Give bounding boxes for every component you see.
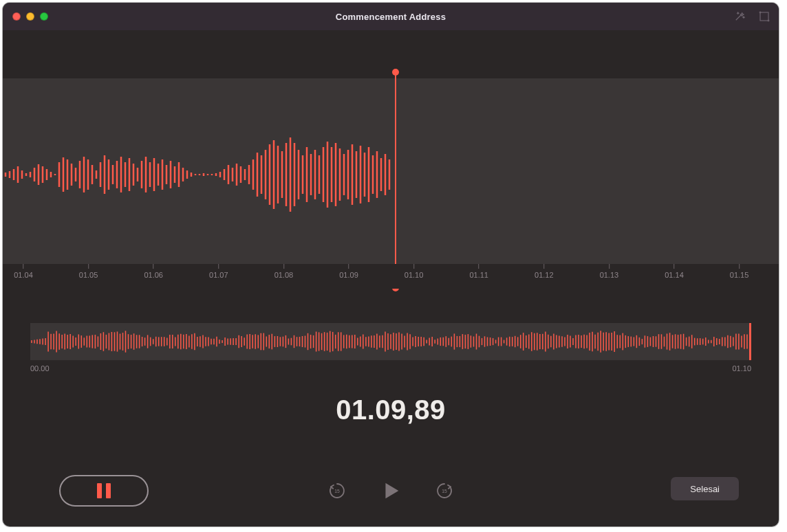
timeline-ruler[interactable]: 01.0401.0501.0601.0701.0801.0901.1001.11… — [3, 264, 779, 289]
controls-bar: 15 15 Selesai — [3, 470, 779, 511]
waveform-recorded — [3, 78, 395, 271]
ruler-tick: 01.09 — [339, 264, 358, 279]
trim-icon[interactable] — [757, 9, 772, 24]
overview-start-label: 00.00 — [30, 364, 50, 373]
overview-waveform[interactable] — [30, 323, 751, 360]
app-window: Commencement Address — [3, 3, 779, 527]
skip-forward-button[interactable]: 15 — [432, 478, 457, 503]
pause-record-button[interactable] — [59, 475, 149, 507]
window-controls — [3, 12, 48, 21]
close-button[interactable] — [12, 12, 21, 21]
ruler-tick: 01.12 — [535, 264, 554, 279]
ruler-tick: 01.15 — [730, 264, 749, 279]
done-button[interactable]: Selesai — [671, 477, 739, 500]
ruler-tick: 01.07 — [209, 264, 228, 279]
skip-back-seconds: 15 — [334, 489, 340, 494]
skip-forward-seconds: 15 — [442, 489, 447, 494]
enhance-icon[interactable] — [732, 9, 747, 24]
ruler-tick: 01.08 — [274, 264, 294, 279]
overview-end-label: 01.10 — [732, 364, 751, 373]
ruler-tick: 01.11 — [469, 264, 488, 279]
pause-icon — [97, 483, 111, 498]
current-time: 01.09,89 — [3, 395, 779, 425]
ruler-tick: 01.13 — [600, 264, 619, 279]
window-title: Commencement Address — [3, 12, 779, 22]
minimize-button[interactable] — [26, 12, 34, 21]
overview-cursor[interactable] — [749, 323, 751, 360]
skip-back-button[interactable]: 15 — [325, 478, 349, 503]
waveform-main[interactable] — [3, 30, 779, 257]
ruler-tick: 01.05 — [79, 264, 98, 279]
ruler-tick: 01.06 — [144, 264, 163, 279]
play-button[interactable] — [376, 476, 406, 506]
ruler-tick: 01.04 — [14, 264, 33, 279]
svg-rect-0 — [760, 12, 768, 21]
maximize-button[interactable] — [40, 12, 48, 21]
ruler-tick: 01.10 — [405, 264, 424, 279]
ruler-tick: 01.14 — [665, 264, 684, 279]
overview-wrap: 00.00 01.10 — [30, 323, 751, 373]
titlebar: Commencement Address — [3, 3, 779, 30]
